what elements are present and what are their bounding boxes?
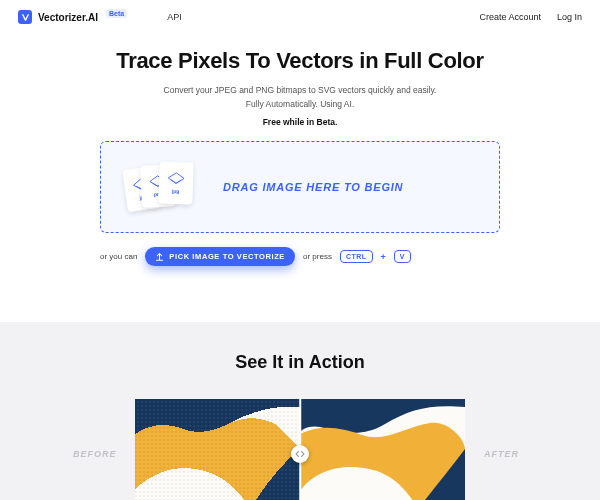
hero-subtitle: Convert your JPEG and PNG bitmaps to SVG… (30, 84, 570, 111)
header: Vectorizer.AI Beta API Create Account Lo… (0, 0, 600, 30)
dropzone-thumbs: jpg png jpg (125, 160, 197, 214)
before-image (135, 399, 300, 500)
section2-heading: See It in Action (0, 352, 600, 373)
nav-create-account[interactable]: Create Account (479, 12, 541, 22)
alt-prefix: or you can (100, 252, 137, 261)
before-label: BEFORE (73, 449, 117, 459)
upload-icon (155, 252, 164, 261)
after-label: AFTER (484, 449, 519, 459)
before-after-compare[interactable]: BEFORE AFTER (135, 399, 465, 500)
kbd-ctrl: CTRL (340, 250, 373, 263)
drag-handle-icon (295, 450, 305, 458)
hero-beta-free: Free while in Beta. (30, 117, 570, 127)
kbd-v: V (394, 250, 411, 263)
svg-rect-1 (135, 399, 300, 500)
see-in-action-section: See It in Action BEFORE AFTER (0, 322, 600, 500)
after-image (300, 399, 465, 500)
beta-badge: Beta (106, 9, 127, 18)
brand-mark-icon (18, 10, 32, 24)
pick-image-button[interactable]: PICK IMAGE TO VECTORIZE (145, 247, 295, 266)
hero: Trace Pixels To Vectors in Full Color Co… (0, 30, 600, 282)
hero-title: Trace Pixels To Vectors in Full Color (30, 48, 570, 74)
file-thumb-icon: jpg (158, 162, 193, 205)
brand-name: Vectorizer.AI (38, 12, 98, 23)
image-dropzone[interactable]: jpg png jpg DRAG IMAGE HERE TO BEGIN (100, 141, 500, 233)
nav-api[interactable]: API (167, 12, 182, 22)
brand-logo[interactable]: Vectorizer.AI Beta (18, 10, 127, 24)
dropzone-alt-row: or you can PICK IMAGE TO VECTORIZE or pr… (100, 247, 500, 266)
kbd-plus: + (381, 252, 386, 262)
nav-login[interactable]: Log In (557, 12, 582, 22)
alt-mid: or press (303, 252, 332, 261)
dropzone-label: DRAG IMAGE HERE TO BEGIN (223, 181, 403, 193)
compare-handle[interactable] (291, 445, 309, 463)
